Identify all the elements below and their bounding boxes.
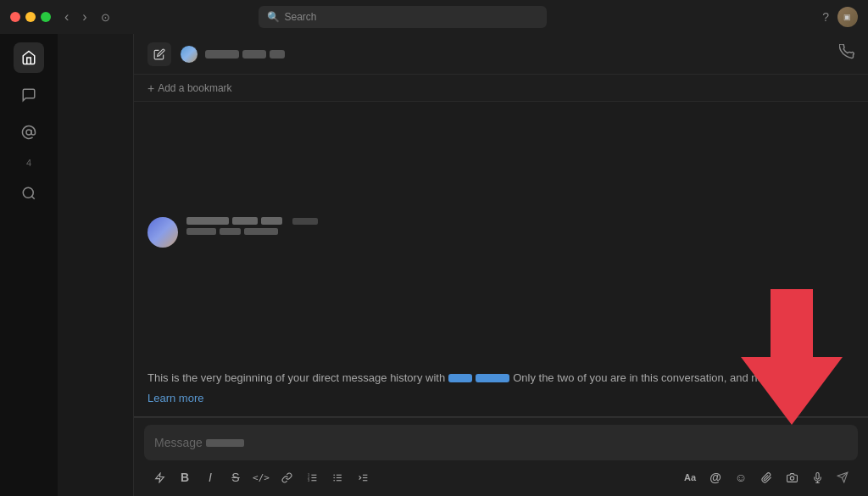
chat-title: [205, 50, 285, 59]
placeholder-text: Message: [154, 436, 203, 449]
format-button[interactable]: Aa: [678, 465, 702, 489]
message-header: [186, 217, 854, 225]
add-bookmark-label: Add a bookmark: [158, 82, 231, 94]
minimize-button[interactable]: [25, 12, 36, 22]
sidebar-home-icon[interactable]: [14, 42, 44, 73]
message-avatar: [147, 217, 178, 248]
mention-button[interactable]: @: [704, 465, 727, 489]
chat-header: [134, 34, 868, 75]
search-icon: 🔍: [267, 11, 280, 23]
info-text-main: This is the very beginning of your direc…: [147, 370, 445, 387]
close-button[interactable]: [10, 12, 20, 22]
indent-button[interactable]: [351, 465, 375, 489]
ordered-list-button[interactable]: 1 2 3: [300, 465, 324, 489]
svg-point-15: [333, 479, 335, 481]
message-group-container: [147, 217, 854, 248]
mic-button[interactable]: [805, 465, 829, 489]
svg-text:3: 3: [308, 478, 309, 482]
attachment-button[interactable]: [754, 465, 778, 489]
info-text: This is the very beginning of your direc…: [147, 370, 854, 387]
main-content: + Add a bookmark: [134, 34, 868, 496]
messages-area[interactable]: [134, 102, 868, 363]
message-timestamp: [292, 218, 318, 225]
message-placeholder: Message: [154, 436, 244, 449]
message-input-box[interactable]: Message: [144, 425, 858, 460]
emoji-button[interactable]: ☺: [729, 465, 753, 489]
chat-list-panel: [58, 34, 134, 496]
svg-point-14: [333, 476, 335, 478]
code-button[interactable]: </>: [249, 465, 273, 489]
svg-point-1: [23, 187, 33, 198]
send-button[interactable]: [831, 465, 854, 489]
traffic-lights: [10, 12, 51, 22]
search-placeholder: Search: [285, 11, 317, 23]
message-input-area: Message B I S </>: [134, 417, 868, 496]
sidebar-mentions-icon[interactable]: [14, 117, 44, 148]
bookmark-bar: + Add a bookmark: [134, 75, 868, 102]
history-button[interactable]: ⊙: [97, 8, 114, 26]
placeholder-block: [206, 439, 244, 447]
search-bar[interactable]: 🔍 Search: [259, 6, 547, 28]
add-bookmark-button[interactable]: + Add a bookmark: [147, 81, 232, 95]
lightning-button[interactable]: [147, 465, 171, 489]
svg-line-2: [31, 196, 34, 198]
main-layout: 4: [0, 34, 868, 496]
camera-button[interactable]: [780, 465, 804, 489]
italic-button[interactable]: I: [198, 465, 222, 489]
svg-point-0: [26, 130, 31, 135]
sidebar-narrow: 4: [0, 34, 58, 496]
maximize-button[interactable]: [41, 12, 51, 22]
back-button[interactable]: ‹: [61, 8, 72, 26]
avatar-image: [147, 217, 178, 248]
unordered-list-button[interactable]: [326, 465, 349, 489]
username-block-1: [448, 374, 472, 382]
nav-buttons: ‹ › ⊙: [61, 8, 114, 26]
formatting-toolbar: B I S </> 1 2 3: [144, 465, 858, 489]
forward-button[interactable]: ›: [79, 8, 90, 26]
sidebar-dm-icon[interactable]: [14, 80, 44, 110]
chat-name-area: [180, 45, 285, 64]
chat-avatar: [180, 45, 198, 64]
info-text-suffix: Only the two of you are in this conversa…: [513, 370, 785, 387]
message-group: [147, 217, 854, 248]
strikethrough-button[interactable]: S: [224, 465, 248, 489]
svg-point-13: [333, 474, 335, 476]
learn-more-link[interactable]: Learn more: [147, 390, 854, 407]
info-text-area: This is the very beginning of your direc…: [134, 363, 868, 416]
sender-name: [186, 217, 282, 225]
bold-button[interactable]: B: [173, 465, 197, 489]
svg-marker-3: [155, 473, 164, 482]
title-bar: ‹ › ⊙ 🔍 Search ? ▣: [0, 0, 868, 34]
sidebar-search-icon[interactable]: [14, 178, 44, 209]
message-body-blurred: [186, 228, 854, 235]
chat-avatar-group: [180, 45, 198, 64]
message-content: [186, 217, 854, 248]
add-bookmark-icon: +: [147, 81, 154, 95]
user-avatar[interactable]: ▣: [837, 7, 858, 27]
username-block-2: [476, 374, 509, 382]
sidebar-number: 4: [26, 158, 31, 168]
svg-point-19: [790, 476, 793, 479]
link-button[interactable]: [275, 465, 298, 489]
compose-button[interactable]: [147, 42, 171, 66]
help-icon[interactable]: ?: [822, 10, 829, 24]
call-button[interactable]: [839, 44, 854, 64]
titlebar-right: ? ▣: [822, 7, 858, 27]
